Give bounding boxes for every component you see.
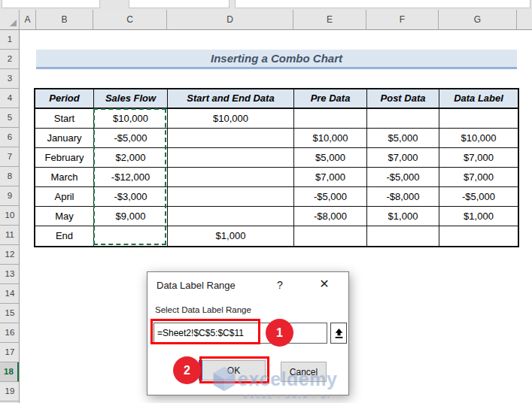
up-arrow-icon [334, 328, 344, 339]
row-header-8[interactable]: 8 [0, 167, 20, 186]
cell-sales-flow[interactable]: -$5,000 [94, 129, 168, 148]
cell-pre[interactable]: -$5,000 [294, 187, 367, 207]
cell-sales-flow[interactable]: $2,000 [94, 148, 168, 168]
row-header-14[interactable]: 14 [0, 284, 20, 304]
excel-window: ABCDEFG 12345678910111213141516171819 In… [0, 0, 532, 403]
cell-start-end[interactable]: $10,000 [168, 109, 294, 129]
column-headers: ABCDEFG [0, 10, 532, 30]
cell-post[interactable]: $5,000 [367, 129, 439, 148]
data-table: Period Sales Flow Start and End Data Pre… [34, 88, 519, 247]
row-header-5[interactable]: 5 [0, 108, 20, 128]
cell-post[interactable]: -$5,000 [367, 168, 439, 187]
cell-label[interactable]: -$5,000 [439, 187, 518, 207]
row-header-15[interactable]: 15 [0, 304, 20, 323]
cell-start-end[interactable] [168, 168, 294, 187]
select-all-corner[interactable] [0, 10, 20, 30]
sheet-title: Inserting a Combo Chart [36, 50, 517, 69]
range-field-label: Select Data Label Range [155, 305, 251, 314]
cell-period[interactable]: Start [35, 109, 94, 129]
cell-pre[interactable] [294, 226, 367, 246]
cell-sales-flow[interactable] [94, 226, 168, 246]
cell-start-end[interactable] [168, 207, 294, 226]
watermark-tagline: EXCEL - DATA - BI [244, 393, 346, 400]
cell-post[interactable] [367, 226, 439, 246]
name-box[interactable] [2, 0, 100, 8]
column-header-A[interactable]: A [20, 10, 36, 29]
cell-label[interactable] [439, 226, 518, 246]
cell-period[interactable]: End [35, 226, 94, 246]
cancel-button[interactable]: Cancel [281, 362, 327, 382]
close-icon[interactable]: ✕ [315, 277, 334, 291]
cell-label[interactable] [439, 109, 518, 129]
help-icon[interactable]: ? [272, 279, 287, 291]
col-header-sales-flow[interactable]: Sales Flow [94, 89, 168, 109]
cell-period[interactable]: January [35, 129, 94, 148]
row-header-9[interactable]: 9 [0, 186, 20, 206]
cell-post[interactable]: $1,000 [367, 207, 439, 226]
row-header-12[interactable]: 12 [0, 245, 20, 265]
cell-start-end[interactable] [168, 187, 294, 207]
cell-sales-flow[interactable]: $10,000 [94, 109, 168, 129]
formula-bar-segment[interactable] [129, 0, 230, 8]
col-header-data-label[interactable]: Data Label [439, 89, 518, 109]
column-header-B[interactable]: B [36, 10, 93, 29]
row-header-4[interactable]: 4 [0, 89, 20, 108]
cell-start-end[interactable] [168, 129, 294, 148]
cell-period[interactable]: May [35, 207, 94, 226]
row-header-6[interactable]: 6 [0, 128, 20, 147]
cell-pre[interactable] [294, 109, 367, 129]
cell-label[interactable]: $7,000 [439, 148, 518, 168]
col-header-post-data[interactable]: Post Data [367, 89, 439, 109]
row-header-17[interactable]: 17 [0, 343, 20, 362]
annotation-step-2: 2 [173, 356, 201, 384]
row-header-19[interactable]: 19 [0, 382, 20, 401]
cell-start-end[interactable] [168, 148, 294, 168]
cell-pre[interactable]: -$8,000 [294, 207, 367, 226]
annotation-step-1: 1 [266, 319, 293, 347]
formula-bar-input[interactable] [235, 0, 530, 8]
column-header-E[interactable]: E [293, 10, 366, 29]
column-header-G[interactable]: G [439, 10, 517, 29]
column-header-C[interactable]: C [93, 10, 167, 29]
formula-bar-strip [0, 0, 532, 10]
cell-label[interactable]: $1,000 [439, 207, 518, 226]
cell-label[interactable]: $7,000 [439, 168, 518, 187]
row-header-1[interactable]: 1 [0, 30, 20, 50]
row-header-13[interactable]: 13 [0, 265, 20, 284]
range-input[interactable] [154, 323, 327, 344]
cell-post[interactable]: $7,000 [367, 148, 439, 168]
dialog-title: Data Label Range [157, 280, 236, 291]
cell-start-end[interactable]: $1,000 [168, 226, 294, 246]
cell-period[interactable]: February [35, 148, 94, 168]
cell-label[interactable]: $10,000 [439, 129, 518, 148]
row-header-2[interactable]: 2 [0, 50, 20, 69]
cell-pre[interactable]: $7,000 [294, 168, 367, 187]
select-all-triangle-icon [10, 20, 17, 26]
cell-post[interactable]: -$8,000 [367, 187, 439, 207]
ok-button[interactable]: OK [202, 360, 266, 380]
column-header-D[interactable]: D [167, 10, 293, 29]
col-header-pre-data[interactable]: Pre Data [294, 89, 367, 109]
cell-period[interactable]: April [35, 187, 94, 207]
collapse-dialog-button[interactable] [330, 323, 347, 344]
row-header-18[interactable]: 18 [0, 362, 20, 382]
col-header-period[interactable]: Period [35, 89, 94, 109]
col-header-start-end[interactable]: Start and End Data [168, 89, 294, 109]
row-header-10[interactable]: 10 [0, 206, 20, 226]
cell-pre[interactable]: $10,000 [294, 129, 367, 148]
cell-sales-flow[interactable]: -$12,000 [94, 168, 168, 187]
row-header-11[interactable]: 11 [0, 226, 20, 245]
cell-period[interactable]: March [35, 168, 94, 187]
row-header-3[interactable]: 3 [0, 69, 20, 89]
cell-pre[interactable]: $5,000 [294, 148, 367, 168]
row-header-16[interactable]: 16 [0, 323, 20, 343]
column-header-F[interactable]: F [366, 10, 439, 29]
cell-sales-flow[interactable]: $9,000 [94, 207, 168, 226]
row-header-7[interactable]: 7 [0, 147, 20, 167]
cell-sales-flow[interactable]: -$3,000 [94, 187, 168, 207]
data-label-range-dialog: Data Label Range ? ✕ Select Data Label R… [147, 271, 349, 395]
cell-post[interactable] [367, 109, 439, 129]
row-headers: 12345678910111213141516171819 [0, 30, 20, 403]
